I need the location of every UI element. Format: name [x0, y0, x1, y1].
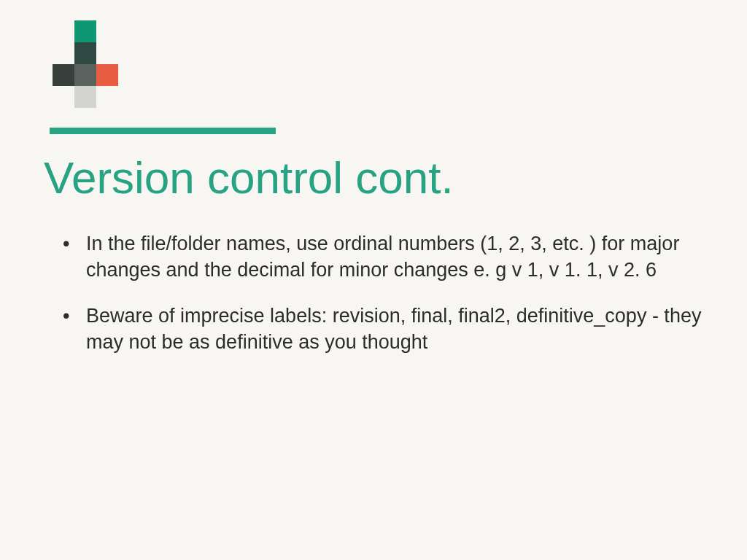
bullet-item: In the file/folder names, use ordinal nu…	[57, 230, 703, 284]
logo-block	[74, 20, 96, 42]
logo-block	[96, 64, 118, 86]
logo-block	[74, 86, 96, 108]
bullet-item: Beware of imprecise labels: revision, fi…	[57, 303, 703, 356]
title-divider	[50, 128, 276, 134]
bullet-list: In the file/folder names, use ordinal nu…	[57, 230, 703, 375]
slide-title: Version control cont.	[44, 152, 454, 203]
logo-block	[74, 64, 96, 86]
logo-block	[53, 64, 74, 86]
logo-block	[74, 42, 96, 64]
logo-mark	[53, 20, 118, 93]
